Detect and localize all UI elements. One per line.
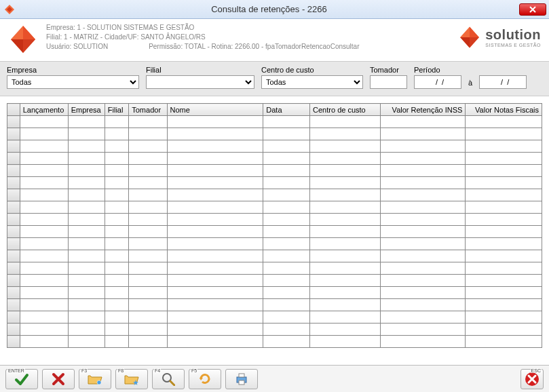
row-header[interactable] xyxy=(7,226,20,238)
cell[interactable] xyxy=(105,177,128,189)
cell[interactable] xyxy=(20,177,68,189)
cell[interactable] xyxy=(466,336,542,348)
cell[interactable] xyxy=(20,287,68,299)
cell[interactable] xyxy=(310,287,381,299)
cell[interactable] xyxy=(105,116,128,128)
row-header[interactable] xyxy=(7,287,20,299)
cell[interactable] xyxy=(381,287,466,299)
row-header[interactable] xyxy=(7,116,20,128)
table-row[interactable] xyxy=(7,311,542,324)
cell[interactable] xyxy=(105,238,128,250)
cell[interactable] xyxy=(167,324,263,336)
row-header[interactable] xyxy=(7,311,20,324)
cell[interactable] xyxy=(167,153,263,165)
filial-select[interactable] xyxy=(146,75,254,89)
table-row[interactable] xyxy=(7,287,542,299)
cell[interactable] xyxy=(105,189,128,201)
cell[interactable] xyxy=(381,250,466,262)
cell[interactable] xyxy=(20,189,68,201)
cell[interactable] xyxy=(466,299,542,311)
refresh-f5-button[interactable]: F5 xyxy=(189,369,221,389)
table-row[interactable] xyxy=(7,128,542,140)
cell[interactable] xyxy=(310,336,381,348)
print-button[interactable] xyxy=(225,369,258,389)
table-row[interactable] xyxy=(7,165,542,177)
cell[interactable] xyxy=(466,324,542,336)
cell[interactable] xyxy=(167,336,263,348)
row-header[interactable] xyxy=(7,336,20,348)
cell[interactable] xyxy=(105,336,128,348)
cell[interactable] xyxy=(68,128,105,140)
cell[interactable] xyxy=(466,116,542,128)
cell[interactable] xyxy=(105,324,128,336)
cell[interactable] xyxy=(263,189,310,201)
cell[interactable] xyxy=(129,128,167,140)
cell[interactable] xyxy=(310,140,381,153)
cell[interactable] xyxy=(263,275,310,287)
cell[interactable] xyxy=(20,226,68,238)
cell[interactable] xyxy=(263,177,310,189)
table-row[interactable] xyxy=(7,238,542,250)
col-empresa[interactable]: Empresa xyxy=(68,104,105,116)
data-grid[interactable]: Lançamento Empresa Filial Tomador Nome D… xyxy=(7,103,542,348)
cell[interactable] xyxy=(263,116,310,128)
cell[interactable] xyxy=(310,311,381,324)
cell[interactable] xyxy=(20,214,68,226)
cell[interactable] xyxy=(105,275,128,287)
row-header[interactable] xyxy=(7,201,20,214)
col-centro[interactable]: Centro de custo xyxy=(310,104,381,116)
cell[interactable] xyxy=(105,214,128,226)
cell[interactable] xyxy=(381,177,466,189)
cell[interactable] xyxy=(20,299,68,311)
cell[interactable] xyxy=(310,226,381,238)
cell[interactable] xyxy=(167,201,263,214)
cell[interactable] xyxy=(20,336,68,348)
row-header[interactable] xyxy=(7,250,20,262)
cell[interactable] xyxy=(466,153,542,165)
cell[interactable] xyxy=(105,287,128,299)
cell[interactable] xyxy=(105,128,128,140)
cell[interactable] xyxy=(310,275,381,287)
cell[interactable] xyxy=(68,214,105,226)
table-row[interactable] xyxy=(7,226,542,238)
table-row[interactable] xyxy=(7,299,542,311)
cell[interactable] xyxy=(20,140,68,153)
cell[interactable] xyxy=(381,116,466,128)
cell[interactable] xyxy=(68,299,105,311)
cell[interactable] xyxy=(263,128,310,140)
row-header[interactable] xyxy=(7,262,20,275)
cell[interactable] xyxy=(466,238,542,250)
cell[interactable] xyxy=(167,140,263,153)
table-row[interactable] xyxy=(7,201,542,214)
cell[interactable] xyxy=(310,250,381,262)
cell[interactable] xyxy=(20,153,68,165)
cell[interactable] xyxy=(466,214,542,226)
cell[interactable] xyxy=(129,324,167,336)
cell[interactable] xyxy=(263,238,310,250)
cell[interactable] xyxy=(310,238,381,250)
cell[interactable] xyxy=(466,201,542,214)
cell[interactable] xyxy=(68,165,105,177)
cell[interactable] xyxy=(105,299,128,311)
cell[interactable] xyxy=(381,336,466,348)
table-row[interactable] xyxy=(7,275,542,287)
cell[interactable] xyxy=(105,262,128,275)
cell[interactable] xyxy=(310,201,381,214)
search-f4-button[interactable]: F4 xyxy=(152,369,185,389)
cell[interactable] xyxy=(466,177,542,189)
cell[interactable] xyxy=(20,324,68,336)
cell[interactable] xyxy=(68,275,105,287)
cell[interactable] xyxy=(105,311,128,324)
cell[interactable] xyxy=(263,201,310,214)
table-row[interactable] xyxy=(7,153,542,165)
cell[interactable] xyxy=(68,201,105,214)
cell[interactable] xyxy=(105,250,128,262)
cell[interactable] xyxy=(263,336,310,348)
cell[interactable] xyxy=(167,116,263,128)
table-row[interactable] xyxy=(7,336,542,348)
cell[interactable] xyxy=(20,238,68,250)
cell[interactable] xyxy=(167,275,263,287)
cell[interactable] xyxy=(263,287,310,299)
cell[interactable] xyxy=(20,201,68,214)
row-header[interactable] xyxy=(7,165,20,177)
